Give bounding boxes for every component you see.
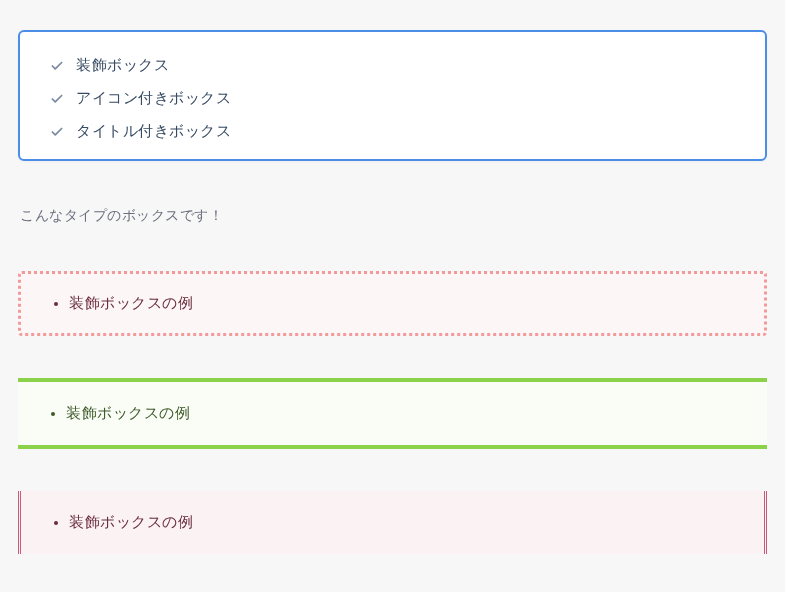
list-item: 装飾ボックスの例 xyxy=(69,294,736,313)
decoration-box-green-lines: 装飾ボックスの例 xyxy=(18,378,767,449)
check-icon xyxy=(50,92,64,106)
checklist-item-label: 装飾ボックス xyxy=(76,56,169,75)
decoration-box-dotted: 装飾ボックスの例 xyxy=(18,271,767,336)
checklist-item: アイコン付きボックス xyxy=(50,89,735,108)
bullet-list: 装飾ボックスの例 xyxy=(46,404,739,423)
checklist-item-label: アイコン付きボックス xyxy=(76,89,231,108)
checklist: 装飾ボックス アイコン付きボックス タイトル付きボックス xyxy=(50,56,735,141)
checklist-item: 装飾ボックス xyxy=(50,56,735,75)
check-icon xyxy=(50,59,64,73)
bullet-list: 装飾ボックスの例 xyxy=(49,294,736,313)
checklist-item: タイトル付きボックス xyxy=(50,122,735,141)
bullet-list: 装飾ボックスの例 xyxy=(49,513,736,532)
decoration-box-blue: 装飾ボックス アイコン付きボックス タイトル付きボックス xyxy=(18,30,767,161)
check-icon xyxy=(50,125,64,139)
list-item: 装飾ボックスの例 xyxy=(66,404,739,423)
decoration-box-red-sides: 装飾ボックスの例 xyxy=(18,491,767,554)
list-item: 装飾ボックスの例 xyxy=(69,513,736,532)
checklist-item-label: タイトル付きボックス xyxy=(76,122,231,141)
caption-text: こんなタイプのボックスです！ xyxy=(20,207,767,225)
